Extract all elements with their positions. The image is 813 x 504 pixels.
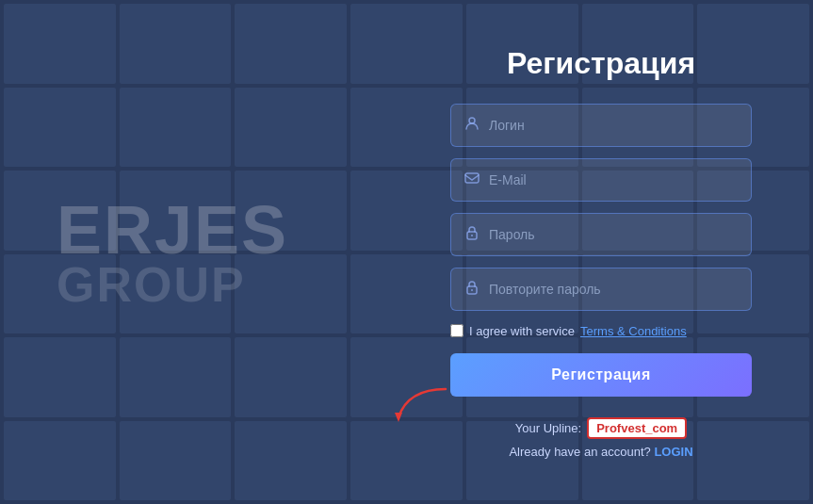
- profvest-badge: Profvest_com: [587, 417, 687, 439]
- password-input[interactable]: [489, 227, 738, 242]
- page-title: Регистрация: [507, 46, 695, 81]
- upline-row: Your Upline: Profvest_com: [515, 417, 687, 439]
- svg-point-5: [471, 289, 473, 291]
- email-input-wrapper: [450, 158, 752, 202]
- email-icon: [464, 171, 480, 189]
- already-have-account-row: Already have an account? LOGIN: [509, 445, 692, 459]
- password-input-wrapper: [450, 213, 752, 256]
- confirm-password-input[interactable]: [489, 282, 738, 297]
- svg-point-0: [469, 118, 475, 123]
- already-text: Already have an account?: [509, 445, 650, 459]
- upline-text: Your Upline:: [515, 421, 581, 435]
- svg-point-3: [471, 235, 473, 236]
- logo: ERJES GROUP: [57, 196, 288, 309]
- bottom-links: Your Upline: Profvest_com Already have a…: [450, 417, 752, 459]
- svg-marker-6: [395, 413, 402, 422]
- arrow-hint-icon: [389, 384, 455, 431]
- svg-rect-1: [465, 173, 479, 183]
- login-input[interactable]: [489, 118, 738, 133]
- logo-line1: ERJES: [57, 196, 288, 264]
- register-button[interactable]: Регистрация: [450, 353, 752, 397]
- email-input[interactable]: [489, 172, 738, 187]
- terms-conditions-link[interactable]: Terms & Conditions: [580, 324, 687, 338]
- agree-row: I agree with service Terms & Conditions: [450, 324, 752, 338]
- login-input-wrapper: [450, 104, 752, 147]
- user-icon: [464, 116, 480, 135]
- registration-panel: Регистрация: [389, 0, 813, 504]
- registration-form: I agree with service Terms & Conditions …: [450, 104, 752, 459]
- lock-icon: [464, 225, 480, 244]
- lock-confirm-icon: [464, 280, 480, 299]
- agree-checkbox[interactable]: [450, 324, 463, 337]
- login-link[interactable]: LOGIN: [654, 445, 692, 459]
- confirm-password-input-wrapper: [450, 268, 752, 311]
- agree-text: I agree with service: [469, 324, 575, 338]
